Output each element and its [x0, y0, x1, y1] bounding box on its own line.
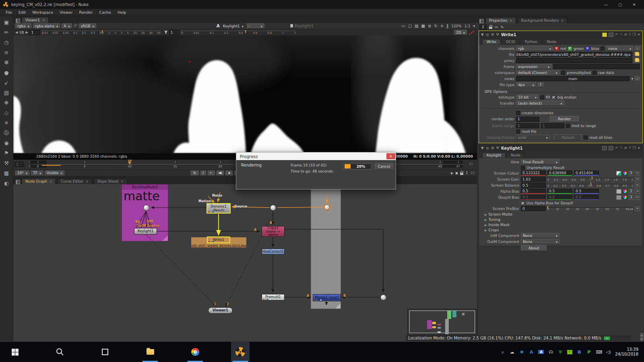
close-icon[interactable] — [42, 18, 45, 22]
collapse-icon[interactable]: ▼ — [481, 146, 484, 150]
screen-colour-r[interactable]: 0.133322 — [521, 171, 546, 176]
onedrive-tray-icon[interactable]: ☁ — [509, 350, 515, 355]
undo-icon[interactable]: ↶ — [615, 33, 618, 37]
app-a-tray-icon[interactable]: A — [538, 350, 544, 354]
close-icon[interactable] — [561, 19, 564, 23]
channel-count-button[interactable]: 3 — [628, 195, 634, 200]
center-node-icon[interactable]: ◎ — [486, 146, 489, 150]
app-p-tray-icon[interactable]: P — [586, 350, 592, 355]
screen-preblur-slider[interactable]: 0 10 20 30 40 50 60 70 80.64 — [547, 206, 633, 211]
float-panel-icon[interactable]: ❐ — [632, 146, 636, 150]
scroll-up-icon[interactable]: ▲ — [640, 333, 644, 337]
frame-expression-field[interactable] — [553, 64, 640, 69]
guides-icon[interactable]: ≣ — [428, 24, 431, 28]
scroll-down-icon[interactable]: ▼ — [640, 337, 644, 341]
progress-close-button[interactable]: ✕ — [386, 153, 395, 159]
close-panel-icon[interactable]: ✕ — [637, 33, 640, 37]
pane-menu-icon[interactable] — [16, 180, 20, 184]
group-crops[interactable]: Crops — [488, 228, 499, 232]
proxy-field[interactable] — [516, 58, 632, 63]
max-panels-field[interactable]: 2 — [479, 25, 487, 30]
tab-background-renders[interactable]: Background Renders — [518, 17, 568, 23]
close-panel-icon[interactable]: ✕ — [637, 146, 640, 150]
bias-swatch[interactable] — [616, 195, 621, 200]
lut-dropdown[interactable]: sRGB — [79, 23, 96, 29]
start-button[interactable] — [6, 342, 24, 362]
minus-button[interactable]: - — [635, 76, 640, 81]
menu-viewer[interactable]: Viewer — [56, 10, 76, 14]
dot-node[interactable] — [380, 294, 386, 300]
node-denoise1[interactable]: Denoise1(Result) — [206, 203, 231, 214]
view-mode-dropdown[interactable]: 2D — [454, 30, 467, 35]
nuke-taskbar-icon[interactable] — [231, 342, 250, 362]
fstop-label[interactable]: f/8 — [19, 31, 24, 35]
tab-node[interactable]: Node — [543, 39, 561, 44]
prev-keyframe-icon[interactable]: ◀▮ — [217, 171, 224, 176]
settings-icon[interactable]: ⚙ — [491, 33, 494, 37]
despill-bias-b[interactable]: 0.5 — [574, 195, 599, 200]
colorspace-dropdown[interactable]: default (Cineon) — [516, 70, 559, 75]
node-premult1[interactable]: Premult1 — [262, 294, 285, 300]
fps-dropdown[interactable]: 24* — [15, 171, 29, 176]
deep-node-icon[interactable]: Ⓓ — [2, 130, 10, 136]
overlay-icon[interactable]: ▩ — [421, 24, 425, 28]
colour-swatch[interactable] — [616, 171, 621, 176]
unpremultiply-checkbox[interactable] — [521, 166, 525, 170]
taskbar-clock[interactable]: 13:39 24/10/2018 — [615, 347, 638, 357]
close-icon[interactable] — [50, 179, 52, 183]
network-tray-icon[interactable]: ⌨ — [596, 350, 601, 355]
channels-dropdown[interactable]: rgb — [516, 46, 553, 51]
close-icon[interactable] — [121, 179, 123, 183]
maximize-button[interactable]: ▢ — [618, 2, 622, 7]
file-type-help-button[interactable]: ? — [538, 82, 543, 87]
defender-tray-icon[interactable]: ⛨ — [557, 350, 563, 355]
center-node-icon[interactable]: ◎ — [486, 33, 489, 37]
settings-icon[interactable]: ⚙ — [491, 146, 494, 150]
roi-disabled-icon[interactable] — [469, 30, 475, 35]
channel-node-icon[interactable]: ≡ — [2, 49, 10, 56]
curve-icon[interactable]: ~ — [635, 171, 640, 176]
lock-panels-icon[interactable] — [489, 27, 492, 29]
dot-node[interactable] — [270, 205, 276, 211]
input-dropdown[interactable]: A — [62, 23, 72, 29]
alpha-bias-b[interactable]: 0.5 — [574, 189, 599, 194]
render-button[interactable]: Render — [550, 116, 579, 122]
task-view-icon[interactable] — [96, 342, 114, 362]
gizmo-node-icon[interactable]: ◐ — [2, 180, 10, 187]
alpha-bias-r[interactable]: 0.5 — [521, 189, 546, 194]
dot-node[interactable] — [143, 205, 149, 211]
node-copy1[interactable]: Copy1(alpha -> alpha) — [262, 226, 285, 237]
read-file-checkbox[interactable] — [516, 130, 520, 134]
toolsets-node-icon[interactable]: ⚒ — [2, 160, 10, 167]
search-icon[interactable] — [51, 342, 69, 362]
screen-colour-g[interactable]: 0.636966 — [547, 171, 572, 176]
metadata-node-icon[interactable]: ⚑ — [2, 150, 10, 156]
tab-dope-sheet[interactable]: Dope Sheet — [94, 178, 127, 184]
views-node-icon[interactable]: ◉ — [2, 140, 10, 146]
group-tuning[interactable]: Tuning — [488, 218, 500, 222]
tab-viewer1[interactable]: Viewer1 — [22, 17, 49, 23]
group-screen-matte[interactable]: Screen Matte — [488, 212, 512, 216]
roi-icon[interactable]: ✛ — [440, 24, 444, 28]
redo-icon[interactable]: ↷ — [620, 146, 623, 150]
redo-icon[interactable]: ↷ — [620, 33, 623, 37]
menu-edit[interactable]: Edit — [15, 10, 29, 14]
bluetooth-tray-icon[interactable]: Ƀ — [576, 350, 582, 355]
despill-bias-g[interactable]: 0.5 — [547, 195, 572, 200]
collapse-icon[interactable]: ▼ — [481, 33, 484, 37]
other-node-icon[interactable]: ▦ — [2, 170, 10, 177]
read-all-lines-checkbox[interactable] — [584, 136, 588, 140]
despill-bias-r[interactable]: 0.5 — [521, 195, 546, 200]
gain-slider[interactable]: 0.01 0.02 0.05 0.1 0.2 0.3 0.5 1 2 3 5 1… — [42, 30, 161, 35]
input-pipe-icon[interactable]: Ψ — [496, 33, 499, 37]
draw-node-icon[interactable]: ✏ — [2, 29, 10, 36]
input-process-toggle[interactable]: IP — [74, 24, 77, 28]
node-merge1[interactable]: Merge1 (over) — [313, 294, 341, 301]
gamma-slider[interactable]: 0 0.01 0.1 0.2 0.4 0.6 0.8 1 2 — [181, 30, 296, 35]
curve-icon[interactable]: ~ — [635, 189, 640, 194]
use-alpha-bias-checkbox[interactable] — [521, 201, 525, 205]
keyer-node-icon[interactable]: ↙ — [2, 80, 10, 86]
fill-checkbox[interactable] — [540, 95, 544, 99]
render-order-field[interactable]: 1 — [516, 117, 539, 122]
close-icon[interactable] — [86, 179, 88, 183]
